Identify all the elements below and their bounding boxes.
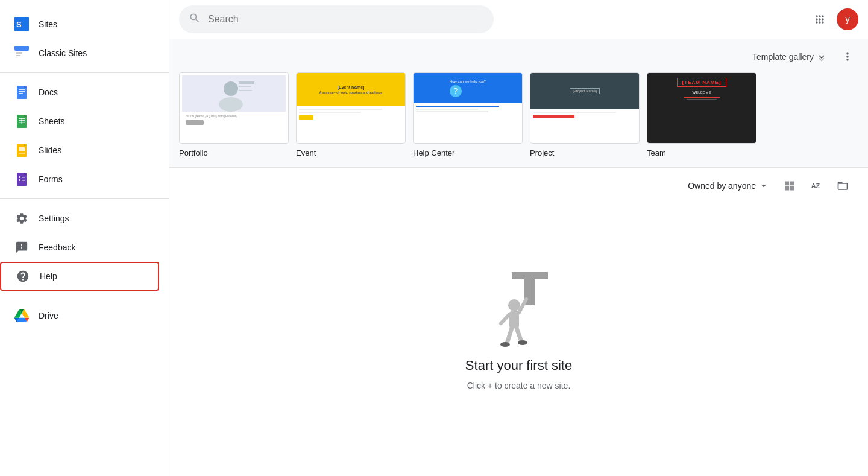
- template-label-helpcenter: Help Center: [413, 148, 454, 157]
- sidebar-item-classic-sites-label: Classic Sites: [39, 48, 87, 58]
- template-thumb-portfolio: Hi, I'm [Name], a [Role] from [Location]: [179, 72, 289, 144]
- sidebar-item-forms-label: Forms: [39, 174, 63, 184]
- template-more-options-button[interactable]: [837, 46, 858, 68]
- template-gallery-section: Template gallery: [169, 39, 868, 168]
- svg-rect-20: [19, 176, 20, 178]
- template-thumb-helpcenter: How can we help you? ?: [413, 72, 523, 144]
- sidebar-item-settings-label: Settings: [39, 214, 69, 223]
- sidebar-item-forms[interactable]: Forms: [0, 165, 159, 194]
- svg-rect-17: [19, 147, 25, 151]
- sidebar-item-help-label: Help: [40, 271, 57, 281]
- svg-rect-29: [239, 90, 252, 91]
- header: y: [169, 0, 868, 39]
- template-label-event: Event: [296, 148, 316, 157]
- template-label-project: Project: [530, 148, 554, 157]
- search-input[interactable]: [208, 14, 484, 25]
- svg-rect-10: [19, 93, 23, 94]
- sort-button[interactable]: AZ: [805, 175, 827, 197]
- svg-point-26: [219, 97, 243, 112]
- sidebar-item-settings[interactable]: Settings: [0, 204, 159, 233]
- svg-text:AZ: AZ: [811, 182, 820, 189]
- user-avatar[interactable]: y: [837, 8, 858, 30]
- svg-rect-5: [16, 52, 22, 54]
- empty-state-subtitle: Click + to create a new site.: [467, 381, 571, 390]
- apps-menu-button[interactable]: [808, 7, 832, 31]
- empty-state-title: Start your first site: [465, 358, 572, 373]
- template-gallery-label: Template gallery: [752, 52, 814, 62]
- files-section: Owned by anyone AZ: [169, 168, 868, 476]
- empty-illustration: [471, 254, 567, 351]
- search-icon: [189, 12, 201, 27]
- sidebar-item-drive[interactable]: Drive: [0, 301, 159, 330]
- sidebar-item-sites-label: Sites: [39, 19, 57, 29]
- svg-point-33: [508, 299, 520, 311]
- sidebar-section-sites: S Sites Classic Sites: [0, 5, 169, 73]
- docs-icon: [14, 85, 29, 100]
- sidebar-item-slides-label: Slides: [39, 145, 61, 155]
- forms-icon: [14, 172, 29, 186]
- classic-sites-icon: [14, 46, 29, 60]
- template-gallery-button[interactable]: Template gallery: [747, 49, 832, 65]
- avatar-letter: y: [845, 14, 850, 25]
- files-toolbar: Owned by anyone AZ: [169, 168, 868, 204]
- grid-view-button[interactable]: [779, 175, 800, 197]
- sidebar-section-drive: Drive: [0, 296, 169, 335]
- template-card-team[interactable]: [TEAM NAME] WELCOME Team: [647, 72, 756, 157]
- help-icon: [16, 269, 30, 284]
- svg-point-40: [518, 340, 527, 345]
- empty-state: Start your first site Click + to create …: [465, 204, 572, 476]
- svg-rect-21: [22, 177, 25, 178]
- template-label-team: Team: [647, 148, 666, 157]
- feedback-icon: [14, 240, 29, 255]
- svg-rect-3: [14, 46, 29, 51]
- settings-icon: [14, 211, 29, 226]
- template-header: Template gallery: [179, 46, 858, 68]
- svg-rect-27: [239, 81, 254, 84]
- header-actions: y: [808, 7, 858, 31]
- sidebar-item-slides[interactable]: Slides: [0, 136, 159, 165]
- owned-by-button[interactable]: Owned by anyone: [683, 177, 774, 195]
- template-card-helpcenter[interactable]: How can we help you? ? Help Center: [413, 72, 523, 157]
- svg-rect-6: [16, 55, 20, 56]
- owned-by-label: Owned by anyone: [688, 181, 756, 191]
- sidebar-section-apps: Docs Sheets: [0, 73, 169, 199]
- main-content: y Template gallery: [169, 0, 868, 476]
- sidebar: S Sites Classic Sites: [0, 0, 169, 476]
- template-thumb-event: [Event Name] A summary of topic, speaker…: [296, 72, 406, 144]
- template-label-portfolio: Portfolio: [179, 148, 208, 157]
- sidebar-item-sites[interactable]: S Sites: [0, 10, 159, 39]
- svg-line-38: [517, 328, 521, 341]
- svg-text:S: S: [16, 20, 22, 29]
- template-card-project[interactable]: [Project Name] Project: [530, 72, 640, 157]
- sidebar-item-help[interactable]: Help: [0, 262, 159, 291]
- svg-point-25: [224, 81, 238, 96]
- drive-icon: [14, 308, 29, 323]
- templates-row: Hi, I'm [Name], a [Role] from [Location]…: [179, 72, 858, 157]
- search-bar[interactable]: [179, 5, 494, 33]
- sidebar-section-support: Settings Feedback Help: [0, 199, 169, 296]
- sheets-icon: [14, 114, 29, 129]
- svg-point-39: [500, 342, 510, 347]
- sidebar-item-classic-sites[interactable]: Classic Sites: [0, 39, 159, 68]
- template-card-event[interactable]: [Event Name] A summary of topic, speaker…: [296, 72, 406, 157]
- sidebar-item-feedback[interactable]: Feedback: [0, 233, 159, 262]
- sidebar-item-drive-label: Drive: [39, 311, 58, 320]
- svg-rect-9: [19, 91, 25, 92]
- sites-icon: S: [14, 17, 29, 31]
- sidebar-item-sheets-label: Sheets: [39, 116, 65, 126]
- sidebar-item-feedback-label: Feedback: [39, 243, 75, 252]
- svg-rect-23: [22, 180, 25, 181]
- svg-line-35: [501, 314, 509, 323]
- svg-rect-22: [19, 179, 20, 181]
- svg-rect-8: [19, 89, 25, 90]
- template-card-portfolio[interactable]: Hi, I'm [Name], a [Role] from [Location]…: [179, 72, 289, 157]
- template-thumb-project: [Project Name]: [530, 72, 640, 144]
- sidebar-item-sheets[interactable]: Sheets: [0, 107, 159, 136]
- svg-line-37: [507, 328, 512, 343]
- folder-view-button[interactable]: [832, 175, 854, 197]
- sidebar-item-docs[interactable]: Docs: [0, 78, 159, 107]
- svg-rect-28: [239, 86, 251, 87]
- sidebar-item-docs-label: Docs: [39, 87, 58, 97]
- slides-icon: [14, 143, 29, 157]
- svg-rect-18: [19, 153, 25, 154]
